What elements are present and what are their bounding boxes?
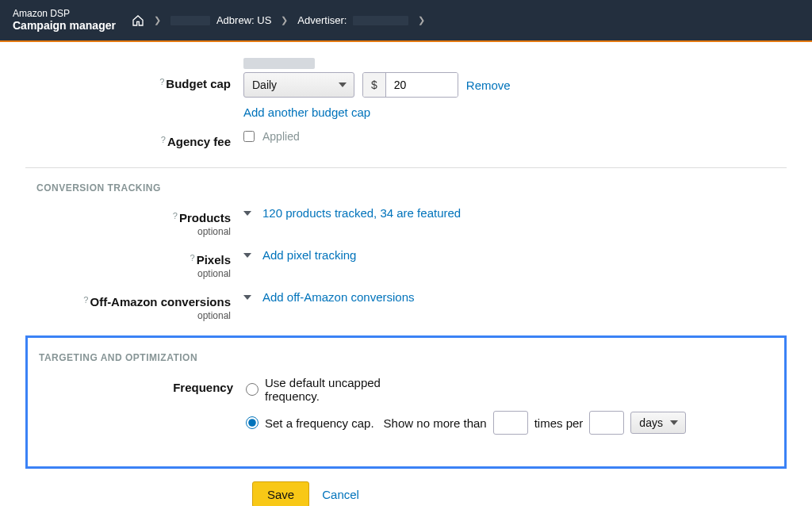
control-col: Add another budget cap (243, 105, 787, 119)
products-summary-link[interactable]: 120 products tracked, 34 are featured (262, 206, 461, 220)
home-icon[interactable] (132, 14, 144, 27)
help-icon[interactable]: ? (173, 211, 178, 220)
brand-product: Amazon DSP (13, 8, 116, 19)
optional-label: optional (25, 226, 231, 237)
frequency-label: Frequency (173, 381, 233, 394)
budget-cap-label: Budget cap (166, 77, 231, 90)
budget-amount-group: $ (362, 72, 458, 98)
targeting-highlighted-box: TARGETING AND OPTIMIZATION Frequency Use… (25, 335, 787, 469)
conversion-tracking-header: CONVERSION TRACKING (36, 182, 787, 194)
add-budget-cap-link[interactable]: Add another budget cap (243, 105, 370, 119)
help-icon[interactable]: ? (161, 135, 166, 144)
label-col (25, 58, 243, 63)
row-pixels: ?Pixels optional Add pixel tracking (25, 248, 787, 279)
action-row: Save Cancel (252, 481, 787, 506)
budget-amount-input[interactable] (386, 73, 458, 97)
chevron-right-icon: ❯ (154, 15, 161, 25)
control-col: Daily $ Remove (243, 72, 787, 98)
breadcrumb-redacted (170, 16, 210, 25)
row-frequency: Frequency Use default uncapped frequency… (39, 376, 773, 443)
redacted-name (243, 58, 315, 69)
page-content: ?Budget cap Daily $ Remove Add another b… (25, 42, 787, 506)
radio-default-row: Use default uncapped frequency. (246, 376, 773, 403)
remove-budget-link[interactable]: Remove (466, 79, 511, 92)
brand-block: Amazon DSP Campaign manager (13, 8, 116, 33)
frequency-cap-controls: Show no more than times per days (384, 411, 687, 435)
row-products: ?Products optional 120 products tracked,… (25, 206, 787, 237)
label-col: ?Budget cap (25, 72, 243, 90)
add-pixel-link[interactable]: Add pixel tracking (262, 248, 356, 262)
budget-period-select[interactable]: Daily (243, 72, 354, 98)
help-icon[interactable]: ? (190, 253, 195, 263)
row-off-amazon: ?Off-Amazon conversions optional Add off… (25, 290, 787, 321)
radio-cap-row: Set a frequency cap. Show no more than t… (246, 411, 773, 435)
chevron-down-icon[interactable] (243, 253, 251, 258)
agency-applied-checkbox[interactable] (243, 131, 255, 142)
top-header: Amazon DSP Campaign manager ❯ Adbrew: US… (0, 0, 812, 40)
agency-fee-label: Agency fee (167, 135, 231, 148)
off-amazon-label: Off-Amazon conversions (90, 295, 231, 309)
freq-per-input[interactable] (589, 411, 624, 435)
control-col: Add pixel tracking (243, 248, 787, 262)
label-col: ?Off-Amazon conversions optional (25, 290, 243, 321)
agency-applied-label: Applied (262, 130, 300, 143)
chevron-right-icon: ❯ (281, 15, 288, 25)
row-add-budget: Add another budget cap (25, 105, 787, 119)
save-button[interactable]: Save (252, 481, 309, 506)
optional-label: optional (25, 268, 231, 279)
radio-default[interactable] (246, 383, 259, 396)
control-col (243, 58, 787, 69)
chevron-right-icon: ❯ (418, 15, 425, 25)
breadcrumb-adbrew[interactable]: Adbrew: US (216, 14, 271, 26)
freq-text-2: times per (534, 416, 584, 430)
label-col: ?Agency fee (25, 130, 243, 148)
help-icon[interactable]: ? (83, 295, 88, 305)
cancel-link[interactable]: Cancel (322, 488, 359, 501)
chevron-down-icon[interactable] (243, 211, 251, 216)
row-budget-cap: ?Budget cap Daily $ Remove (25, 72, 787, 98)
products-label: Products (179, 211, 231, 224)
control-col: Add off-Amazon conversions (243, 290, 787, 304)
section-divider (25, 167, 787, 168)
breadcrumb-redacted (353, 16, 408, 25)
label-col: ?Pixels optional (25, 248, 243, 279)
chevron-down-icon[interactable] (243, 295, 251, 300)
freq-unit-select[interactable]: days (630, 412, 686, 434)
pixels-label: Pixels (197, 253, 231, 266)
row-budget-name (25, 58, 787, 69)
radio-frequency-cap[interactable] (246, 416, 259, 429)
currency-symbol: $ (363, 73, 386, 97)
label-col: ?Products optional (25, 206, 243, 237)
control-col: 120 products tracked, 34 are featured (243, 206, 787, 220)
optional-label: optional (25, 310, 231, 321)
freq-text-1: Show no more than (384, 416, 487, 430)
label-col (25, 105, 243, 110)
help-icon[interactable]: ? (159, 77, 164, 86)
label-col: Frequency (39, 376, 246, 394)
radio-cap-label: Set a frequency cap. (265, 416, 374, 430)
control-col: Applied (243, 130, 787, 143)
row-agency-fee: ?Agency fee Applied (25, 130, 787, 148)
freq-show-input[interactable] (493, 411, 528, 435)
add-off-amazon-link[interactable]: Add off-Amazon conversions (262, 290, 415, 304)
control-col: Use default uncapped frequency. Set a fr… (246, 376, 773, 443)
targeting-header: TARGETING AND OPTIMIZATION (39, 352, 773, 363)
breadcrumb-advertiser-label: Advertiser: (297, 14, 347, 26)
brand-section: Campaign manager (13, 19, 116, 33)
radio-default-label: Use default uncapped frequency. (265, 376, 408, 403)
